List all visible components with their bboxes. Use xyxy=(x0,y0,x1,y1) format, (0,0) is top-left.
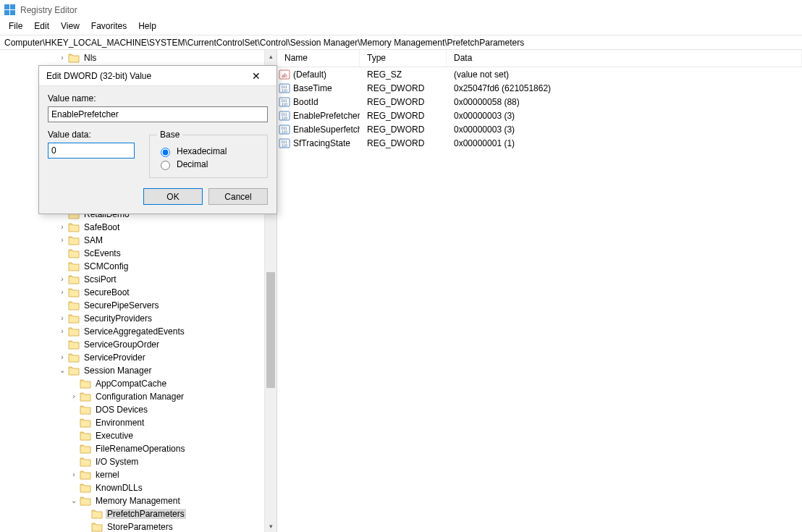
value-type: REG_DWORD xyxy=(360,111,447,121)
chevron-right-icon[interactable]: › xyxy=(58,314,67,323)
chevron-right-icon[interactable]: › xyxy=(58,288,67,297)
svg-text:110: 110 xyxy=(282,143,287,148)
value-name: (Default) xyxy=(293,69,326,80)
tree-item[interactable]: ›ServiceProvider xyxy=(0,351,264,364)
value-data: 0x00000003 (3) xyxy=(447,124,802,135)
folder-icon xyxy=(68,287,80,297)
radio-hexadecimal-label: Hexadecimal xyxy=(177,146,227,156)
tree-item[interactable]: ·KnownDLLs xyxy=(0,481,264,494)
folder-icon xyxy=(80,418,91,428)
tree-item[interactable]: ·ServiceGroupOrder xyxy=(0,338,264,351)
tree-item[interactable]: ›SafeBoot xyxy=(0,221,264,234)
value-name: EnableSuperfetch xyxy=(293,124,360,135)
address-bar[interactable]: Computer\HKEY_LOCAL_MACHINE\SYSTEM\Curre… xyxy=(0,35,802,50)
value-row[interactable]: 011110EnableSuperfetchREG_DWORD0x0000000… xyxy=(277,122,802,136)
tree-item-label: I/O System xyxy=(94,457,140,467)
value-name-input[interactable] xyxy=(48,106,268,122)
tree-item[interactable]: ·Environment xyxy=(0,416,264,429)
dialog-titlebar[interactable]: Edit DWORD (32-bit) Value ✕ xyxy=(39,66,277,86)
tree-item[interactable]: ›kernel xyxy=(0,468,264,481)
edit-dword-dialog: Edit DWORD (32-bit) Value ✕ Value name: … xyxy=(38,65,277,214)
chevron-right-icon[interactable]: › xyxy=(58,275,67,284)
tree-item[interactable]: ›ServiceAggregatedEvents xyxy=(0,325,264,338)
menu-view[interactable]: View xyxy=(55,20,85,33)
value-row[interactable]: 011110BaseTimeREG_DWORD0x25047fd6 (62105… xyxy=(277,81,802,95)
folder-icon xyxy=(68,261,80,271)
tree-item[interactable]: ·StoreParameters xyxy=(0,520,264,532)
chevron-down-icon[interactable]: ⌄ xyxy=(58,366,67,375)
folder-icon xyxy=(80,405,91,415)
value-row[interactable]: 011110SfTracingStateREG_DWORD0x00000001 … xyxy=(277,136,802,150)
scroll-up-icon[interactable]: ▴ xyxy=(265,50,277,62)
tree-item[interactable]: ·SCMConfig xyxy=(0,260,264,273)
chevron-down-icon[interactable]: ⌄ xyxy=(69,497,78,505)
tree-item[interactable]: ›Nls xyxy=(0,51,264,64)
chevron-right-icon[interactable]: › xyxy=(58,236,67,245)
radio-decimal[interactable] xyxy=(161,161,170,170)
folder-icon xyxy=(68,222,80,232)
tree-item[interactable]: ·FileRenameOperations xyxy=(0,442,264,455)
value-data: (value not set) xyxy=(447,69,802,80)
tree-item[interactable]: ·I/O System xyxy=(0,455,264,468)
base-group: Base Hexadecimal Decimal xyxy=(149,130,268,178)
menu-file[interactable]: File xyxy=(3,20,28,33)
tree-item[interactable]: ·SecurePipeServers xyxy=(0,299,264,312)
cancel-button[interactable]: Cancel xyxy=(208,188,268,205)
chevron-right-icon[interactable]: › xyxy=(58,54,67,62)
chevron-right-icon[interactable]: › xyxy=(58,223,67,232)
tree-item[interactable]: ›ScsiPort xyxy=(0,273,264,286)
menu-favorites[interactable]: Favorites xyxy=(85,20,132,33)
svg-text:110: 110 xyxy=(282,130,287,134)
folder-icon xyxy=(80,496,91,506)
tree-item[interactable]: ·ScEvents xyxy=(0,247,264,260)
tree-item[interactable]: ·PrefetchParameters xyxy=(0,507,264,520)
tree-item[interactable]: ·Executive xyxy=(0,429,264,442)
value-row[interactable]: 011110EnablePrefetcherREG_DWORD0x0000000… xyxy=(277,109,802,122)
scrollbar-thumb[interactable] xyxy=(266,272,275,388)
value-name: SfTracingState xyxy=(293,138,350,148)
chevron-right-icon[interactable]: › xyxy=(58,327,67,336)
close-icon[interactable]: ✕ xyxy=(242,66,271,85)
tree-item-label: ScsiPort xyxy=(83,274,118,284)
column-data[interactable]: Data xyxy=(447,50,802,67)
chevron-right-icon[interactable]: › xyxy=(58,353,67,362)
tree-item[interactable]: ⌄Session Manager xyxy=(0,364,264,377)
binary-value-icon: 011110 xyxy=(279,110,290,122)
folder-icon xyxy=(80,431,91,441)
folder-icon xyxy=(80,379,91,389)
tree-item[interactable]: ·DOS Devices xyxy=(0,403,264,416)
svg-text:110: 110 xyxy=(282,88,287,93)
tree-item[interactable]: ›Configuration Manager xyxy=(0,390,264,403)
value-data: 0x25047fd6 (621051862) xyxy=(447,83,802,93)
ok-button[interactable]: OK xyxy=(143,188,203,205)
tree-item[interactable]: ⌄Memory Management xyxy=(0,494,264,507)
tree-item-label: Configuration Manager xyxy=(94,392,185,402)
tree-item[interactable]: ›SecureBoot xyxy=(0,286,264,299)
tree-item[interactable]: ›SecurityProviders xyxy=(0,312,264,325)
value-data-input[interactable] xyxy=(48,143,135,159)
chevron-right-icon[interactable]: › xyxy=(69,470,78,479)
value-data: 0x00000001 (1) xyxy=(447,138,802,148)
tree-item-label: ServiceGroupOrder xyxy=(83,339,161,350)
folder-icon xyxy=(68,366,80,376)
tree-item[interactable]: ›SAM xyxy=(0,234,264,247)
column-name[interactable]: Name xyxy=(277,50,360,67)
value-row[interactable]: ab(Default)REG_SZ(value not set) xyxy=(277,67,802,81)
value-name: EnablePrefetcher xyxy=(293,111,360,121)
folder-icon xyxy=(68,326,80,337)
tree-item[interactable]: ·AppCompatCache xyxy=(0,377,264,390)
chevron-right-icon[interactable]: › xyxy=(69,392,78,401)
scroll-down-icon[interactable]: ▾ xyxy=(265,520,277,532)
tree-item-label: Nls xyxy=(83,53,98,63)
menu-edit[interactable]: Edit xyxy=(28,20,55,33)
tree-item-label: SecurityProviders xyxy=(83,313,153,324)
column-type[interactable]: Type xyxy=(360,50,447,67)
menu-help[interactable]: Help xyxy=(132,20,162,33)
folder-icon xyxy=(68,53,80,63)
radio-hexadecimal[interactable] xyxy=(161,148,170,157)
values-list: ab(Default)REG_SZ(value not set)011110Ba… xyxy=(277,67,802,150)
binary-value-icon: 011110 xyxy=(279,96,290,108)
value-data: 0x00000058 (88) xyxy=(447,97,802,107)
value-row[interactable]: 011110BootIdREG_DWORD0x00000058 (88) xyxy=(277,95,802,109)
value-name: BootId xyxy=(293,97,318,107)
